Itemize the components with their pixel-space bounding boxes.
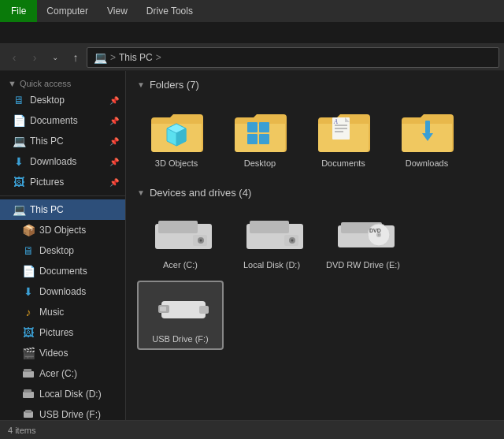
drive-icon-locald	[243, 214, 300, 255]
breadcrumb: 💻 > This PC >	[94, 51, 161, 64]
sidebar-item-downloads[interactable]: ⬇ Downloads	[0, 281, 125, 302]
sidebar-label-music: Music	[39, 307, 64, 318]
status-text: 4 items	[8, 426, 35, 435]
sidebar-label-acerc: Acer (C:)	[39, 368, 77, 379]
documents-icon: 📄	[22, 265, 35, 277]
folder-grid: 3D Objects	[137, 99, 493, 174]
folder-item-downloads[interactable]: Downloads	[387, 99, 466, 174]
svg-rect-0	[23, 371, 34, 378]
desktop-icon-qa: 🖥	[13, 94, 25, 106]
thispc-icon-qa: 💻	[13, 135, 25, 147]
folder-label-3dobjects: 3D Objects	[155, 158, 198, 168]
drive-item-usbf[interactable]: USB Drive (F:)	[137, 281, 224, 350]
svg-point-36	[378, 234, 380, 236]
drive-label-acerc: Acer (C:)	[163, 260, 198, 270]
folder-label-downloads: Downloads	[406, 158, 448, 168]
content-area: ▼ Folders (7)	[126, 71, 504, 439]
sidebar: ▼ Quick access 🖥 Desktop 📌 📄 Documents 📌…	[0, 71, 126, 439]
svg-rect-13	[247, 134, 258, 144]
folder-icon-documents: A	[315, 106, 372, 154]
3dobjects-icon: 📦	[22, 224, 35, 236]
folder-icon-3dobjects	[148, 106, 205, 154]
drives-section-header: ▼ Devices and drives (4)	[137, 187, 493, 199]
sidebar-item-acerc[interactable]: Acer (C:)	[0, 363, 125, 384]
crumb-arrow2: >	[156, 52, 161, 63]
drives-triangle: ▼	[137, 188, 145, 197]
drive-label-dvde: DVD RW Drive (E:)	[326, 260, 400, 270]
svg-rect-23	[158, 221, 198, 233]
svg-rect-20	[425, 121, 430, 133]
sidebar-item-thispc-qa[interactable]: 💻 This PC 📌	[0, 131, 125, 151]
sidebar-item-locald[interactable]: Local Disk (D:)	[0, 384, 125, 404]
svg-rect-39	[199, 306, 209, 314]
sidebar-item-documents[interactable]: 📄 Documents	[0, 261, 125, 281]
sidebar-item-desktop-qa[interactable]: 🖥 Desktop 📌	[0, 90, 125, 110]
sidebar-item-pictures-qa[interactable]: 🖼 Pictures 📌	[0, 172, 125, 192]
sidebar-item-videos[interactable]: 🎬 Videos	[0, 343, 125, 363]
quick-access-label: Quick access	[20, 79, 71, 88]
downloads-icon: ⬇	[22, 285, 35, 298]
crumb-arrow: >	[110, 52, 116, 63]
svg-rect-2	[23, 392, 34, 398]
sidebar-label-desktop: Desktop	[39, 245, 74, 256]
sidebar-label-thispc: This PC	[30, 204, 64, 215]
pin-icon5: 📌	[109, 178, 119, 187]
svg-rect-11	[247, 122, 258, 132]
back-button[interactable]: ‹	[5, 48, 24, 67]
sidebar-label-desktop-qa: Desktop	[30, 95, 65, 106]
pictures-icon: 🖼	[22, 326, 35, 339]
drive-item-acerc[interactable]: Acer (C:)	[137, 206, 224, 276]
sidebar-label-thispc-qa: This PC	[30, 136, 64, 147]
drive-icon-dvde: DVD	[335, 214, 391, 255]
folder-label-desktop: Desktop	[244, 158, 276, 168]
dropdown-button[interactable]: ⌄	[46, 48, 65, 67]
folder-item-3dobjects[interactable]: 3D Objects	[137, 99, 216, 174]
crumb-thispc: This PC	[119, 52, 153, 63]
locald-icon	[22, 388, 35, 400]
videos-icon: 🎬	[22, 347, 35, 359]
sidebar-item-thispc[interactable]: 💻 This PC	[0, 199, 125, 220]
pin-icon: 📌	[109, 96, 119, 105]
triangle-icon: ▼	[8, 79, 17, 88]
downloads-icon-qa: ⬇	[13, 155, 25, 168]
view-menu[interactable]: View	[98, 0, 137, 22]
sidebar-item-downloads-qa[interactable]: ⬇ Downloads 📌	[0, 151, 125, 172]
drive-item-locald[interactable]: Local Disk (D:)	[228, 206, 315, 276]
svg-text:DVD: DVD	[369, 228, 381, 233]
sidebar-item-3dobjects[interactable]: 📦 3D Objects	[0, 220, 125, 240]
desktop-icon: 🖥	[22, 244, 35, 257]
sidebar-label-usbf1: USB Drive (F:)	[39, 409, 101, 420]
sidebar-item-desktop[interactable]: 🖥 Desktop	[0, 240, 125, 261]
drive-icon-acerc	[152, 214, 209, 255]
svg-rect-28	[250, 221, 289, 233]
sidebar-label-documents-qa: Documents	[30, 115, 78, 126]
sidebar-label-videos: Videos	[39, 348, 68, 359]
quick-access-header: ▼ Quick access	[0, 74, 125, 90]
folder-item-desktop[interactable]: Desktop	[220, 99, 299, 174]
svg-rect-1	[24, 369, 32, 372]
drive-label-usbf: USB Drive (F:)	[152, 334, 209, 344]
sidebar-item-documents-qa[interactable]: 📄 Documents 📌	[0, 110, 125, 131]
pin-icon3: 📌	[109, 137, 119, 146]
thispc-main-icon: 💻	[13, 203, 25, 216]
folders-label: Folders (7)	[150, 79, 199, 91]
sidebar-item-pictures[interactable]: 🖼 Pictures	[0, 322, 125, 343]
sidebar-label-downloads-qa: Downloads	[30, 156, 76, 167]
folder-icon-desktop	[232, 106, 288, 154]
drive-item-dvde[interactable]: DVD DVD RW Drive (E:)	[320, 206, 406, 276]
sidebar-item-music[interactable]: ♪ Music	[0, 302, 125, 322]
toolbar: ‹ › ⌄ ↑ 💻 > This PC >	[0, 44, 504, 71]
folder-item-documents[interactable]: A Documents	[304, 99, 383, 174]
address-bar[interactable]: 💻 > This PC >	[87, 47, 499, 68]
computer-menu[interactable]: Computer	[37, 0, 98, 22]
sidebar-label-downloads: Downloads	[39, 286, 86, 297]
forward-button[interactable]: ›	[25, 48, 44, 67]
sidebar-divider1	[0, 195, 125, 196]
pin-icon4: 📌	[109, 158, 119, 166]
file-menu[interactable]: File	[0, 0, 37, 22]
pc-icon: 💻	[94, 51, 107, 64]
drive-label-locald: Local Disk (D:)	[243, 260, 300, 270]
up-button[interactable]: ↑	[66, 48, 85, 67]
svg-text:A: A	[333, 118, 338, 125]
drive-tools-menu[interactable]: Drive Tools	[137, 0, 202, 22]
